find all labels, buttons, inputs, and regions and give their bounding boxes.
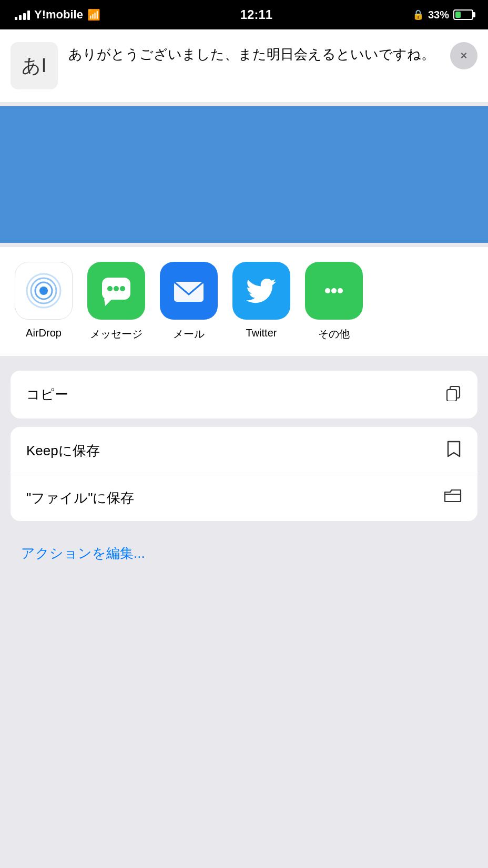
mail-label: メール (173, 327, 205, 341)
copy-label: コピー (26, 385, 68, 404)
keep-save-button[interactable]: Keepに保存 (11, 427, 477, 475)
battery-fill (455, 12, 461, 18)
preview-text: ありがとうございました、また明日会えるといいですね。 (68, 42, 440, 65)
twitter-icon (232, 262, 290, 320)
close-button[interactable]: × (450, 42, 477, 69)
files-save-button[interactable]: "ファイル"に保存 (11, 475, 477, 521)
files-label: "ファイル"に保存 (26, 489, 134, 507)
svg-point-12 (338, 288, 343, 293)
more-icon (305, 262, 363, 320)
time-label: 12:11 (240, 7, 272, 22)
share-item-mail[interactable]: メール (160, 262, 218, 341)
battery-percent: 33% (428, 9, 449, 21)
edit-actions-button[interactable]: アクションを編集... (11, 529, 156, 577)
twitter-label: Twitter (246, 327, 277, 339)
wifi-icon: 📶 (87, 8, 100, 21)
lock-icon: 🔒 (412, 9, 424, 21)
share-item-airdrop[interactable]: AirDrop (15, 262, 73, 339)
folder-icon (444, 489, 462, 507)
share-icons-row: AirDrop メッセージ (15, 262, 488, 341)
copy-button[interactable]: コピー (11, 371, 477, 418)
section-divider (0, 356, 488, 360)
share-apps-section: AirDrop メッセージ (0, 247, 488, 356)
signal-icon (15, 9, 30, 20)
copy-group: コピー (11, 371, 477, 418)
status-left: Y!mobile 📶 (15, 8, 100, 22)
preview-card: あI ありがとうございました、また明日会えるといいですね。 × (0, 29, 488, 102)
mail-icon (160, 262, 218, 320)
svg-rect-14 (447, 390, 456, 401)
svg-point-7 (114, 286, 119, 291)
svg-point-6 (107, 286, 113, 291)
svg-point-10 (325, 288, 330, 293)
bottom-spacer (0, 577, 488, 619)
svg-point-8 (120, 286, 125, 291)
airdrop-icon (15, 262, 73, 320)
messages-label: メッセージ (90, 327, 143, 341)
preview-app-icon: あI (11, 42, 58, 89)
copy-icon (445, 384, 462, 405)
airdrop-label: AirDrop (26, 327, 62, 339)
svg-marker-5 (104, 299, 113, 306)
share-item-twitter[interactable]: Twitter (232, 262, 290, 339)
carrier-label: Y!mobile (34, 8, 83, 22)
keep-label: Keepに保存 (26, 442, 100, 460)
action-section: コピー Keepに保存 "ファイル"に保存 (0, 371, 488, 577)
battery-icon (453, 9, 473, 20)
image-preview (0, 106, 488, 243)
status-bar: Y!mobile 📶 12:11 🔒 33% (0, 0, 488, 29)
share-item-more[interactable]: その他 (305, 262, 363, 341)
share-item-messages[interactable]: メッセージ (87, 262, 145, 341)
messages-icon (87, 262, 145, 320)
bookmark-icon (446, 441, 462, 461)
status-right: 🔒 33% (412, 9, 473, 21)
svg-point-3 (39, 287, 48, 295)
svg-point-11 (331, 288, 337, 293)
share-sheet: あI ありがとうございました、また明日会えるといいですね。 × AirDrop (0, 29, 488, 868)
more-label: その他 (318, 327, 350, 341)
save-group: Keepに保存 "ファイル"に保存 (11, 427, 477, 521)
